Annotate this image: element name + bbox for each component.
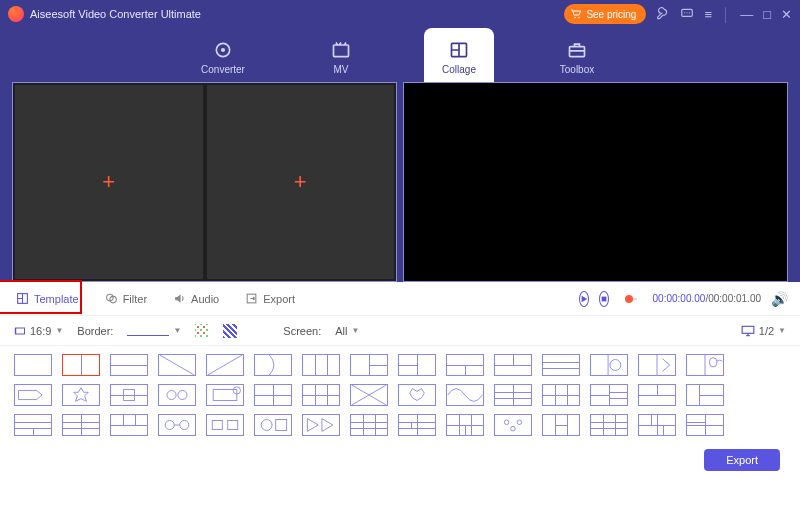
- svg-rect-29: [276, 420, 287, 431]
- template-thumb[interactable]: [350, 384, 388, 406]
- template-thumb[interactable]: [302, 354, 340, 376]
- playhead-icon: [625, 295, 633, 303]
- stop-button[interactable]: [599, 291, 609, 307]
- template-thumb[interactable]: [494, 384, 532, 406]
- see-pricing-button[interactable]: See pricing: [564, 4, 646, 24]
- nav-toolbox-label: Toolbox: [560, 64, 594, 75]
- volume-button[interactable]: 🔊: [771, 291, 788, 307]
- collage-slot-2[interactable]: +: [207, 85, 395, 279]
- template-thumb[interactable]: [542, 384, 580, 406]
- aspect-ratio-select[interactable]: 16:9 ▼: [14, 325, 63, 337]
- template-thumb[interactable]: [206, 384, 244, 406]
- collage-icon: [449, 40, 469, 60]
- template-thumb[interactable]: [350, 354, 388, 376]
- template-thumb[interactable]: [350, 414, 388, 436]
- screen-select[interactable]: All ▼: [335, 325, 359, 337]
- collage-slot-1[interactable]: +: [15, 85, 203, 279]
- nav-converter[interactable]: Converter: [188, 28, 258, 82]
- template-thumb[interactable]: [254, 384, 292, 406]
- template-thumb[interactable]: [254, 414, 292, 436]
- play-button[interactable]: [579, 291, 589, 307]
- template-thumb[interactable]: [638, 384, 676, 406]
- footer: Export: [0, 440, 800, 480]
- template-thumb[interactable]: [302, 414, 340, 436]
- maximize-button[interactable]: □: [763, 8, 771, 21]
- template-thumb[interactable]: [158, 354, 196, 376]
- time-current: 00:00:00.00: [653, 293, 706, 304]
- close-button[interactable]: ✕: [781, 8, 792, 21]
- svg-point-21: [178, 390, 187, 399]
- template-thumb[interactable]: [398, 354, 436, 376]
- template-thumb[interactable]: [158, 414, 196, 436]
- app-logo-icon: [8, 6, 24, 22]
- template-thumb[interactable]: [14, 384, 52, 406]
- template-thumb[interactable]: [638, 354, 676, 376]
- minimize-button[interactable]: —: [740, 8, 753, 21]
- ratio-icon: [14, 325, 26, 337]
- feedback-icon[interactable]: [680, 7, 694, 21]
- export-button[interactable]: Export: [704, 449, 780, 471]
- tab-export-label: Export: [263, 293, 295, 305]
- template-thumb[interactable]: [302, 384, 340, 406]
- preview-area: [403, 82, 788, 282]
- tab-template-label: Template: [34, 293, 79, 305]
- sub-tabs: Template Filter Audio Export 00:00:00.00…: [0, 282, 800, 316]
- template-thumb[interactable]: [446, 384, 484, 406]
- svg-rect-27: [228, 420, 238, 429]
- template-thumb[interactable]: [542, 414, 580, 436]
- template-thumb[interactable]: [590, 384, 628, 406]
- svg-point-4: [687, 12, 688, 13]
- register-key-icon[interactable]: [656, 7, 670, 21]
- nav-collage[interactable]: Collage: [424, 28, 494, 82]
- template-thumb[interactable]: [494, 354, 532, 376]
- page-select[interactable]: 1/2 ▼: [741, 325, 786, 337]
- template-thumb[interactable]: [110, 414, 148, 436]
- template-thumb[interactable]: [686, 414, 724, 436]
- tab-audio[interactable]: Audio: [169, 289, 223, 308]
- main-nav: Converter MV Collage Toolbox: [0, 28, 800, 82]
- template-thumb[interactable]: [398, 384, 436, 406]
- border-style-select[interactable]: ▼: [127, 326, 181, 336]
- border-color-picker[interactable]: [195, 324, 209, 338]
- template-thumb[interactable]: [206, 354, 244, 376]
- border-pattern-picker[interactable]: [223, 324, 237, 338]
- template-thumb[interactable]: [542, 354, 580, 376]
- template-thumb[interactable]: [110, 354, 148, 376]
- divider: │: [722, 8, 730, 21]
- tab-template[interactable]: Template: [12, 289, 83, 308]
- svg-point-31: [517, 420, 522, 425]
- menu-icon[interactable]: ≡: [704, 8, 712, 21]
- audio-icon: [173, 292, 186, 305]
- chevron-down-icon: ▼: [778, 326, 786, 335]
- template-thumb[interactable]: [686, 354, 724, 376]
- screen-label: Screen:: [283, 325, 321, 337]
- template-thumb[interactable]: [62, 414, 100, 436]
- template-thumb[interactable]: [14, 414, 52, 436]
- border-line-icon: [127, 326, 169, 336]
- svg-point-24: [165, 420, 174, 429]
- template-thumb[interactable]: [254, 354, 292, 376]
- template-thumb[interactable]: [446, 354, 484, 376]
- template-thumb[interactable]: [590, 414, 628, 436]
- timeline-scrubber[interactable]: [625, 298, 637, 300]
- template-thumb[interactable]: [206, 414, 244, 436]
- nav-toolbox[interactable]: Toolbox: [542, 28, 612, 82]
- template-thumb[interactable]: [62, 384, 100, 406]
- chevron-down-icon: ▼: [55, 326, 63, 335]
- monitor-icon: [741, 325, 755, 337]
- tab-export[interactable]: Export: [241, 289, 299, 308]
- tab-filter[interactable]: Filter: [101, 289, 151, 308]
- template-thumb[interactable]: [398, 414, 436, 436]
- template-thumb[interactable]: [158, 384, 196, 406]
- template-thumb[interactable]: [446, 414, 484, 436]
- template-thumb[interactable]: [14, 354, 52, 376]
- template-thumb[interactable]: [110, 384, 148, 406]
- converter-icon: [213, 40, 233, 60]
- template-thumb[interactable]: [686, 384, 724, 406]
- template-thumb[interactable]: [62, 354, 100, 376]
- template-thumb[interactable]: [590, 354, 628, 376]
- nav-mv[interactable]: MV: [306, 28, 376, 82]
- template-thumb[interactable]: [494, 414, 532, 436]
- chevron-down-icon: ▼: [352, 326, 360, 335]
- template-thumb[interactable]: [638, 414, 676, 436]
